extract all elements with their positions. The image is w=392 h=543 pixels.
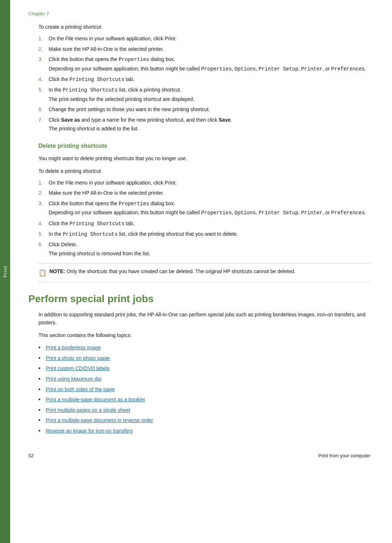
- bullet-icon: •: [38, 416, 46, 425]
- delete-shortcuts-intro: You might want to delete printing shortc…: [38, 154, 370, 162]
- topic-link-iron-on[interactable]: Reverse an image for iron-on transfers: [46, 427, 133, 435]
- step-text: On the File menu in your software applic…: [49, 179, 370, 187]
- bullet-icon: •: [38, 405, 46, 415]
- create-step-6: 6. Change the print settings to those yo…: [38, 105, 370, 113]
- step-text: Click the button that opens the Properti…: [49, 55, 370, 73]
- bullet-icon: •: [38, 364, 46, 373]
- list-item: • Print custom CD/DVD labels: [38, 364, 370, 373]
- create-step-4: 4. Click the Printing Shortcuts tab.: [38, 75, 370, 84]
- delete-step-5: 5. In the Printing Shortcuts list, click…: [38, 230, 370, 238]
- bullet-icon: •: [38, 374, 46, 384]
- step-number: 2.: [38, 189, 49, 197]
- topic-link-both-sides[interactable]: Print on both sides of the page: [46, 385, 115, 393]
- list-item: • Print a photo on photo paper: [38, 354, 370, 363]
- main-content: Chapter 7 To create a printing shortcut …: [10, 0, 392, 543]
- delete-step-4: 4. Click the Printing Shortcuts tab.: [38, 219, 370, 228]
- perform-special-intro: In addition to supporting standard print…: [38, 311, 370, 327]
- step-text: In the Printing Shortcuts list, click th…: [49, 230, 370, 238]
- topics-list: • Print a borderless image • Print a pho…: [38, 344, 370, 435]
- step-text: On the File menu in your software applic…: [49, 35, 370, 42]
- step-text: Change the print settings to those you w…: [49, 105, 370, 113]
- list-item: • Print multiple pages on a single sheet: [38, 406, 370, 415]
- create-step-2: 2. Make sure the HP All-in-One is the se…: [38, 45, 370, 53]
- bullet-icon: •: [38, 395, 46, 404]
- bullet-icon: •: [38, 426, 46, 435]
- delete-step-2: 2. Make sure the HP All-in-One is the se…: [38, 189, 370, 197]
- create-step-7: 7. Click Save as and type a name for the…: [38, 116, 370, 133]
- step-number: 5.: [38, 230, 49, 238]
- list-item: • Reverse an image for iron-on transfers: [38, 427, 370, 435]
- topics-intro: This section contains the following topi…: [38, 331, 370, 339]
- note-box: 📋 NOTE: Only the shortcuts that you have…: [38, 263, 370, 282]
- create-step-1: 1. On the File menu in your software app…: [38, 35, 370, 42]
- footer-page-number: 52: [28, 453, 33, 458]
- bullet-icon: •: [38, 343, 46, 352]
- create-step-3: 3. Click the button that opens the Prope…: [38, 55, 370, 73]
- step-text: Click the Printing Shortcuts tab.: [49, 75, 370, 84]
- step-text: Click the Printing Shortcuts tab.: [49, 219, 370, 228]
- step-number: 3.: [38, 199, 49, 217]
- step-number: 5.: [38, 86, 49, 103]
- delete-step-6: 6. Click Delete. The printing shortcut i…: [38, 240, 370, 258]
- topic-link-max-dpi[interactable]: Print using Maximum dpi: [46, 375, 101, 383]
- side-tab-label: Print: [3, 266, 8, 277]
- step-number: 3.: [38, 55, 49, 73]
- bullet-icon: •: [38, 385, 46, 394]
- delete-shortcut-steps: 1. On the File menu in your software app…: [38, 179, 370, 258]
- note-label: NOTE:: [49, 268, 65, 274]
- delete-step-3: 3. Click the button that opens the Prope…: [38, 199, 370, 217]
- step-text: Make sure the HP All-in-One is the selec…: [49, 189, 370, 197]
- side-tab: Print: [0, 0, 10, 543]
- step-number: 1.: [38, 179, 49, 187]
- list-item: • Print a multiple-page document as a bo…: [38, 396, 370, 404]
- step-text: In the Printing Shortcuts list, click a …: [49, 86, 370, 103]
- topic-link-booklet[interactable]: Print a multiple-page document as a book…: [46, 396, 145, 404]
- step-number: 4.: [38, 219, 49, 228]
- topic-link-borderless[interactable]: Print a borderless image: [46, 344, 101, 352]
- bullet-icon: •: [38, 353, 46, 363]
- step-number: 6.: [38, 105, 49, 113]
- perform-special-heading: Perform special print jobs: [28, 293, 370, 305]
- list-item: • Print on both sides of the page: [38, 385, 370, 394]
- list-item: • Print a borderless image: [38, 344, 370, 352]
- step-text: Make sure the HP All-in-One is the selec…: [49, 45, 370, 53]
- create-shortcut-intro: To create a printing shortcut: [38, 23, 370, 31]
- note-icon: 📋: [38, 268, 46, 278]
- list-item: • Print using Maximum dpi: [38, 375, 370, 384]
- list-item: • Print a multiple-page document in reve…: [38, 416, 370, 425]
- create-step-5: 5. In the Printing Shortcuts list, click…: [38, 86, 370, 103]
- footer: 52 Print from your computer: [28, 450, 370, 458]
- topic-link-reverse-order[interactable]: Print a multiple-page document in revers…: [46, 416, 153, 424]
- delete-shortcut-sub-intro: To delete a printing shortcut: [38, 167, 370, 175]
- topic-link-single-sheet[interactable]: Print multiple pages on a single sheet: [46, 406, 130, 414]
- topic-link-photo[interactable]: Print a photo on photo paper: [46, 354, 110, 362]
- step-text: Click Save as and type a name for the ne…: [49, 116, 370, 133]
- step-number: 2.: [38, 45, 49, 53]
- create-shortcut-steps: 1. On the File menu in your software app…: [38, 35, 370, 133]
- delete-step-1: 1. On the File menu in your software app…: [38, 179, 370, 187]
- topic-link-cd-dvd[interactable]: Print custom CD/DVD labels: [46, 364, 110, 372]
- step-number: 1.: [38, 35, 49, 42]
- chapter-label: Chapter 7: [28, 11, 370, 16]
- footer-section-label: Print from your computer: [318, 453, 370, 458]
- step-number: 4.: [38, 75, 49, 84]
- delete-shortcuts-heading: Delete printing shortcuts: [38, 143, 370, 149]
- step-text: Click Delete. The printing shortcut is r…: [49, 240, 370, 258]
- note-text: NOTE: Only the shortcuts that you have c…: [49, 267, 370, 278]
- step-text: Click the button that opens the Properti…: [49, 199, 370, 217]
- step-number: 7.: [38, 116, 49, 133]
- step-number: 6.: [38, 240, 49, 258]
